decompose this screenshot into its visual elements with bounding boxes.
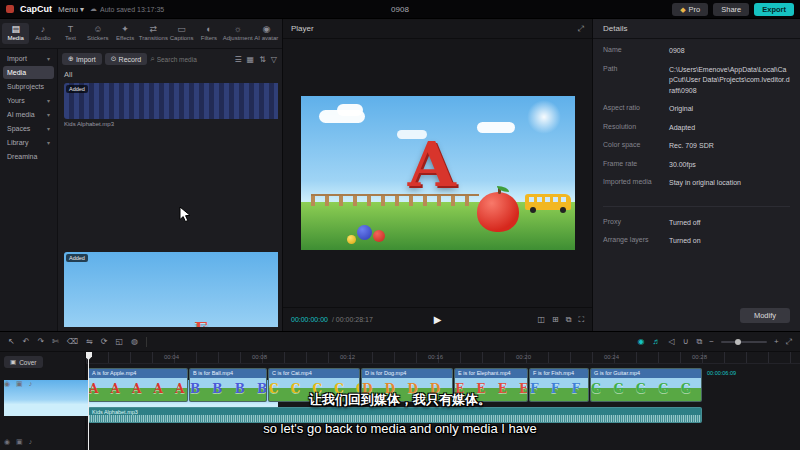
mute-track-icon[interactable]: ♪ <box>29 438 33 446</box>
diamond-icon: ◆ <box>680 5 685 14</box>
player-stage: A <box>283 39 592 307</box>
sidebar-item-library[interactable]: Library▾ <box>3 136 54 149</box>
ball-graphic <box>373 230 385 242</box>
detail-label: Path <box>603 65 661 97</box>
link-icon[interactable]: ⧉ <box>697 337 703 347</box>
ratio-icon[interactable]: ◫ <box>537 315 545 325</box>
details-panel: Details Name0908PathC:\Users\Emenove\App… <box>592 19 800 331</box>
sidebar-item-subprojects[interactable]: Subprojects <box>3 80 54 93</box>
ai-avatar-icon: ◉ <box>262 25 270 34</box>
rotate-icon[interactable]: ⟳ <box>101 337 108 346</box>
hide-track-icon[interactable]: ◉ <box>4 438 10 446</box>
tab-label: Captions <box>170 35 194 42</box>
sun-graphic <box>527 100 561 134</box>
tab-transitions[interactable]: ⇄Transitions <box>139 23 168 44</box>
miniplayer-icon[interactable]: ⧉ <box>566 315 572 325</box>
modify-button[interactable]: Modify <box>740 308 790 323</box>
redo-icon[interactable]: ↷ <box>37 337 44 346</box>
share-button[interactable]: Share <box>713 3 749 16</box>
media-thumb: EAdded <box>64 252 278 327</box>
zoom-fit-icon[interactable]: ⤢ <box>786 337 792 347</box>
media-sidebar: Import▾MediaSubprojectsYours▾AI media▾Sp… <box>0 49 58 331</box>
timeline-ruler[interactable]: 00:0400:0800:1200:1600:2000:2400:28 <box>86 352 800 364</box>
added-badge: Added <box>66 85 88 93</box>
tab-stickers[interactable]: ☺Stickers <box>84 23 111 44</box>
sidebar-item-dreamina[interactable]: Dreamina <box>3 150 54 163</box>
record-button[interactable]: ⊙Record <box>105 53 147 65</box>
detail-label: Color space <box>603 141 661 152</box>
sort-icon[interactable]: ⇅ <box>258 55 267 64</box>
tab-label: Filters <box>201 35 217 42</box>
detail-row: ProxyTurned off <box>603 206 790 229</box>
chevron-down-icon: ▾ <box>47 139 50 146</box>
zoom-slider[interactable] <box>721 341 767 343</box>
audio-sync-icon[interactable]: ♬ <box>653 337 661 347</box>
delete-icon[interactable]: ⌫ <box>67 337 78 346</box>
expand-player-icon[interactable]: ⤢ <box>578 24 584 34</box>
detail-row: ResolutionAdapted <box>603 123 790 134</box>
sidebar-item-import[interactable]: Import▾ <box>3 52 54 65</box>
ball-graphic <box>357 225 372 240</box>
cloud-graphic <box>337 104 363 116</box>
mirror-icon[interactable]: ⇋ <box>86 337 93 346</box>
play-button[interactable]: ▶ <box>434 314 442 325</box>
sidebar-item-yours[interactable]: Yours▾ <box>3 94 54 107</box>
grid-overlay-icon[interactable]: ⊞ <box>552 315 559 325</box>
tab-label: Text <box>65 35 76 42</box>
detail-value: Turned off <box>669 218 790 229</box>
list-view-icon[interactable]: ☰ <box>233 55 242 64</box>
lock-track-icon[interactable]: ▣ <box>16 438 23 446</box>
zoom-in-icon[interactable]: + <box>774 337 779 346</box>
cloud-graphic <box>477 122 515 133</box>
adjustment-icon: ☼ <box>234 25 242 34</box>
volume-icon[interactable]: ◁ <box>669 337 675 347</box>
sidebar-item-ai-media[interactable]: AI media▾ <box>3 108 54 121</box>
snap-icon[interactable]: ∪ <box>683 337 689 347</box>
tab-ai-avatar[interactable]: ◉AI avatar <box>253 23 280 44</box>
menu-button[interactable]: Menu▾ <box>58 5 84 14</box>
sidebar-item-spaces[interactable]: Spaces▾ <box>3 122 54 135</box>
plus-icon: ⊕ <box>68 55 74 63</box>
cover-button[interactable]: ▣Cover <box>4 356 43 368</box>
export-button[interactable]: Export <box>754 3 794 16</box>
media-item[interactable]: EAddedE is for Elephant.mp4 <box>64 252 278 327</box>
fullscreen-icon[interactable]: ⛶ <box>578 315 584 325</box>
tab-text[interactable]: TText <box>57 23 84 44</box>
zoom-out-icon[interactable]: − <box>709 337 714 346</box>
split-icon[interactable]: ✄ <box>52 337 59 346</box>
select-tool-icon[interactable]: ↖ <box>8 337 15 346</box>
effects-icon: ✦ <box>121 25 129 34</box>
detail-row: Arrange layersTurned on <box>603 236 790 247</box>
project-title: 0908 <box>391 5 409 14</box>
cloud-icon: ☁ <box>90 5 97 13</box>
subtitle-line-english: so let's go back to media and only media… <box>0 421 800 436</box>
media-item[interactable]: AddedKids Alphabet.mp3 <box>64 83 278 245</box>
ruler-label: 00:28 <box>692 354 707 360</box>
tab-effects[interactable]: ✦Effects <box>111 23 138 44</box>
pro-button[interactable]: ◆Pro <box>672 3 708 16</box>
sidebar-item-media[interactable]: Media <box>3 66 54 79</box>
tab-filters[interactable]: ◐Filters <box>195 23 222 44</box>
voiceover-icon[interactable]: ◉ <box>638 337 645 347</box>
grid-view-icon[interactable]: ▦ <box>246 55 256 64</box>
video-preview[interactable]: A <box>301 96 575 250</box>
search-icon: ⌕ <box>150 54 154 64</box>
crop-icon[interactable]: ◱ <box>116 337 124 346</box>
mask-icon[interactable]: ◍ <box>131 337 138 346</box>
tab-audio[interactable]: ♪Audio <box>29 23 56 44</box>
detail-label: Resolution <box>603 123 661 134</box>
record-dot-icon: ⊙ <box>111 55 117 63</box>
detail-label: Aspect ratio <box>603 104 661 115</box>
ruler-label: 00:20 <box>516 354 531 360</box>
tab-media[interactable]: ▤Media <box>2 23 29 44</box>
tab-adjustment[interactable]: ☼Adjustment <box>223 23 253 44</box>
clip-end-timestamp: 00:00:06:09 <box>707 370 736 376</box>
tab-captions[interactable]: ▭Captions <box>168 23 195 44</box>
import-button[interactable]: ⊕Import <box>62 53 102 65</box>
search-input[interactable] <box>157 56 231 63</box>
zoom-slider-knob[interactable] <box>735 339 741 345</box>
search-box[interactable]: ⌕ <box>150 54 230 64</box>
undo-icon[interactable]: ↶ <box>23 337 30 346</box>
detail-value: Original <box>669 104 790 115</box>
filter-icon[interactable]: ▽ <box>270 55 278 64</box>
